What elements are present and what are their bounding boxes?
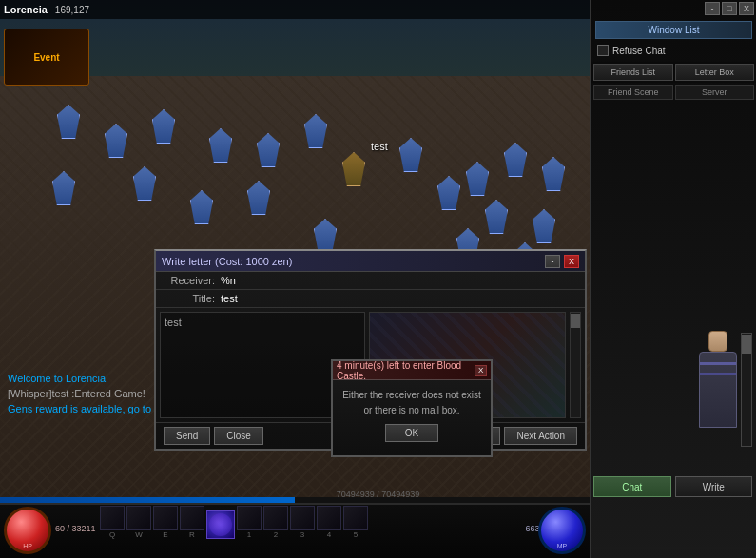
skill-3-slot[interactable] [290,506,315,530]
chat-write-buttons: Chat Write [590,472,756,501]
exp-bar-bg [0,497,590,503]
right-panel: - □ X Window List Refuse Chat Friends Li… [590,0,756,558]
top-bar: Lorencia 169,127 [0,0,590,19]
write-button[interactable]: Write [675,476,753,497]
skill-3-key: 3 [300,530,304,539]
close-dialog-button[interactable]: Close [214,427,263,445]
right-scrollbar[interactable] [741,333,752,447]
skill-r-key: R [189,530,195,539]
skill-5-slot[interactable] [343,506,368,530]
char-figure [689,342,746,456]
floating-label: test [371,141,388,152]
rp-subtabs: Friend Scene Server [591,83,756,102]
event-label: Event [33,52,59,63]
skill-2-slot[interactable] [263,506,288,530]
skill-2-col: 2 [263,506,288,539]
bc-title-label: 4 minute(s) left to enter Blood Castle. [337,360,475,381]
skill-special-col [206,510,235,539]
skill-4-slot[interactable] [317,506,341,530]
skill-special-slot[interactable] [206,510,235,539]
title-value: test [221,293,238,304]
window-list-header: Window List [595,21,752,39]
skill-5-key: 5 [354,530,358,539]
bc-message: Either the receiver does not exist or th… [340,388,483,418]
skill-r-col: R [180,506,204,539]
skill-5-col: 5 [343,506,368,539]
skill-q-key: Q [109,530,115,539]
zone-coords: 70494939 / 70494939 [337,490,420,499]
skill-q-slot[interactable] [100,506,125,530]
skill-3-col: 3 [290,506,315,539]
send-button[interactable]: Send [164,427,210,445]
hp-display: 60 / 33211 [55,524,96,533]
mp-label: MP [541,543,583,549]
right-panel-restore-btn[interactable]: □ [722,2,737,15]
skill-bar: Q W E R 1 2 3 [100,506,368,539]
dialog-title-label: Write letter (Cost: 1000 zen) [162,256,292,267]
char-head [708,331,727,352]
dialog-titlebar: Write letter (Cost: 1000 zen) - X [156,251,585,272]
player-coords: 169,127 [55,5,89,15]
title-row: Title: test [156,290,585,308]
char-body [699,352,737,428]
skill-e-key: E [163,530,167,539]
skill-w-col: W [126,506,151,539]
letter-box-tab[interactable]: Letter Box [675,64,755,81]
friends-list-tab[interactable]: Friends List [593,64,673,81]
refuse-chat-row: Refuse Chat [595,43,752,58]
bc-ok-button[interactable]: OK [385,424,438,442]
rp-tabs: Friends List Letter Box [591,62,756,83]
event-panel[interactable]: Event [4,29,89,86]
refuse-chat-label: Refuse Chat [612,46,666,56]
skill-1-col: 1 [237,506,262,539]
dialog-scrollbar[interactable] [570,312,581,418]
skill-w-key: W [135,530,143,539]
bc-close-btn[interactable]: X [475,365,487,376]
friend-scene-tab[interactable]: Friend Scene [593,85,673,100]
receiver-value: %n [221,275,236,286]
skill-q-col: Q [100,506,125,539]
exp-bar-fill [0,497,295,503]
skill-r-slot[interactable] [180,506,204,530]
bottom-bar: HP 60 / 33211 Q W E R 1 [0,503,590,558]
blood-castle-notification: 4 minute(s) left to enter Blood Castle. … [331,359,493,457]
skill-e-slot[interactable] [153,506,178,530]
receiver-label: Receiver: [164,275,221,286]
dialog-minimize-btn[interactable]: - [545,255,560,268]
next-action-button[interactable]: Next Action [504,427,577,445]
right-panel-close-btn[interactable]: X [739,2,754,15]
skill-e-col: E [153,506,178,539]
skill-1-key: 1 [247,530,251,539]
skill-w-slot[interactable] [126,506,151,530]
chat-button[interactable]: Chat [593,476,671,497]
mp-orb: MP [538,507,586,554]
hp-orb: HP [4,507,51,554]
hp-label: HP [7,543,48,549]
dialog-close-btn[interactable]: X [564,255,579,268]
skill-1-slot[interactable] [237,506,262,530]
skill-4-col: 4 [317,506,341,539]
scrollbar-thumb [742,335,751,354]
right-panel-minimize-btn[interactable]: - [705,2,720,15]
receiver-row: Receiver: %n [156,272,585,290]
server-tab[interactable]: Server [675,85,755,100]
skill-4-key: 4 [327,530,331,539]
bc-titlebar: 4 minute(s) left to enter Blood Castle. … [333,361,491,380]
title-label: Title: [164,293,221,304]
bc-body: Either the receiver does not exist or th… [333,380,491,455]
right-panel-topbar: - □ X [591,0,756,17]
refuse-chat-checkbox[interactable] [597,45,609,56]
skill-2-key: 2 [274,530,278,539]
player-name: Lorencia [4,4,48,15]
